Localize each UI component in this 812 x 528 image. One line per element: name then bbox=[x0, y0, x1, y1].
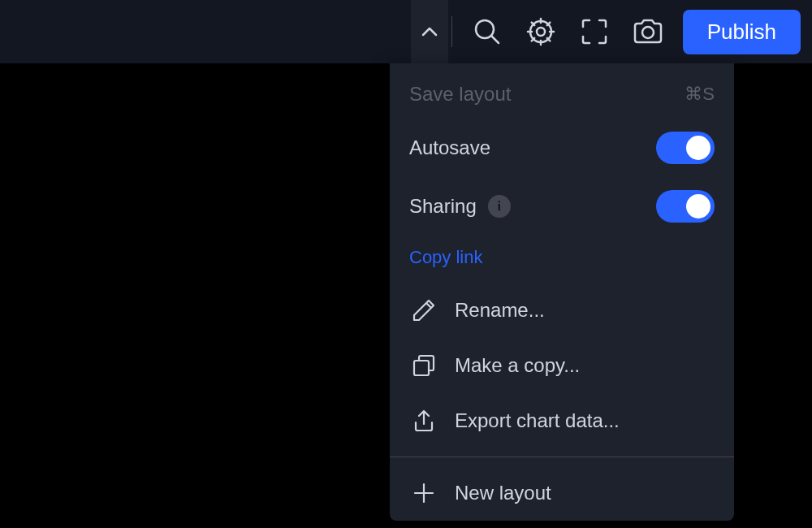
menu-divider bbox=[390, 457, 734, 457]
svg-line-1 bbox=[491, 36, 499, 43]
info-icon[interactable]: i bbox=[488, 195, 511, 218]
fullscreen-icon bbox=[581, 18, 608, 45]
new-layout-label: New layout bbox=[455, 482, 551, 504]
svg-rect-5 bbox=[414, 361, 429, 375]
rename-label: Rename... bbox=[455, 299, 545, 322]
settings-button[interactable] bbox=[516, 6, 566, 57]
save-layout-label: Save layout bbox=[409, 83, 511, 106]
autosave-item: Autosave bbox=[390, 119, 734, 177]
pencil-icon bbox=[409, 296, 438, 325]
export-chart-item[interactable]: Export chart data... bbox=[390, 393, 734, 448]
plus-icon bbox=[409, 478, 438, 508]
publish-button[interactable]: Publish bbox=[683, 10, 801, 54]
screenshot-button[interactable] bbox=[623, 6, 673, 57]
toggle-knob bbox=[686, 136, 710, 160]
autosave-label: Autosave bbox=[409, 136, 490, 159]
svg-point-3 bbox=[530, 21, 551, 42]
copy-icon bbox=[409, 351, 438, 380]
fullscreen-button[interactable] bbox=[569, 6, 620, 57]
svg-point-4 bbox=[642, 27, 654, 38]
copy-link-item[interactable]: Copy link bbox=[390, 236, 734, 283]
gear-icon bbox=[525, 16, 556, 47]
copy-link-label: Copy link bbox=[409, 247, 482, 267]
save-shortcut: ⌘S bbox=[685, 84, 715, 105]
save-layout-item: Save layout ⌘S bbox=[390, 70, 734, 119]
export-chart-label: Export chart data... bbox=[455, 409, 620, 432]
toolbar-divider bbox=[451, 16, 452, 47]
sharing-item: Sharing i bbox=[390, 177, 734, 236]
search-icon bbox=[473, 17, 502, 46]
svg-point-2 bbox=[537, 28, 545, 36]
layout-dropdown-menu: Save layout ⌘S Autosave Sharing i Copy l… bbox=[390, 63, 734, 521]
sharing-label: Sharing bbox=[409, 195, 477, 218]
camera-icon bbox=[632, 18, 664, 45]
layout-menu-toggle[interactable] bbox=[411, 0, 448, 63]
chevron-up-icon bbox=[421, 27, 438, 37]
rename-item[interactable]: Rename... bbox=[390, 283, 734, 338]
search-button[interactable] bbox=[462, 6, 512, 57]
new-layout-item[interactable]: New layout bbox=[390, 465, 734, 521]
export-icon bbox=[409, 406, 438, 435]
make-copy-item[interactable]: Make a copy... bbox=[390, 338, 734, 393]
make-copy-label: Make a copy... bbox=[455, 354, 580, 377]
top-toolbar: Publish bbox=[0, 0, 812, 63]
sharing-toggle[interactable] bbox=[656, 190, 715, 223]
toggle-knob bbox=[686, 194, 710, 219]
autosave-toggle[interactable] bbox=[656, 132, 715, 164]
